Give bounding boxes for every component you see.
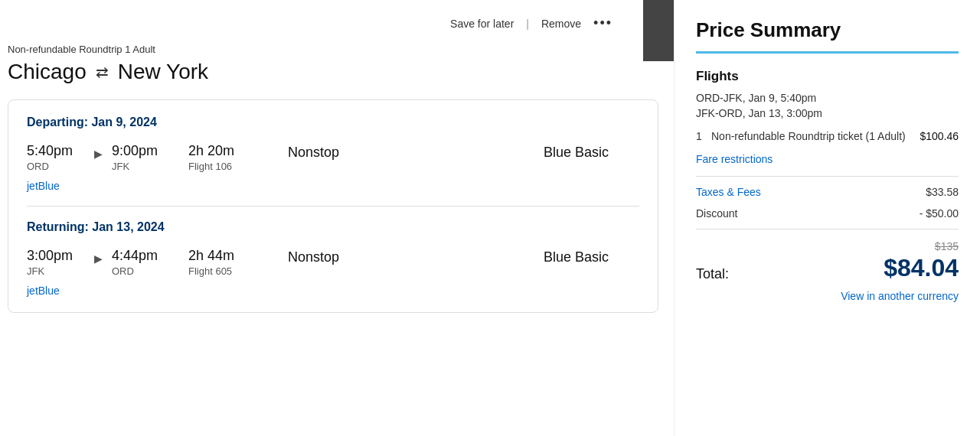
actions-divider: |: [526, 18, 529, 30]
ticket-price-row: 1 Non-refundable Roundtrip ticket (1 Adu…: [696, 130, 959, 142]
returning-section-title: Returning: Jan 13, 2024: [27, 220, 639, 234]
swap-icon: ⇄: [96, 63, 109, 81]
return-arrow-block: ▶: [88, 248, 112, 265]
summary-divider-1: [696, 176, 959, 177]
return-class: Blue Basic: [410, 248, 639, 265]
blue-divider: [696, 51, 959, 54]
depart-duration-block: 2h 20m Flight 106: [188, 143, 288, 172]
return-airline: jetBlue: [27, 285, 639, 297]
view-currency-link[interactable]: View in another currency: [696, 290, 959, 302]
departing-flight-row: 5:40pm ORD ▶ 9:00pm JFK 2h 20m Flight 10…: [27, 143, 639, 172]
depart-flight-num: Flight 106: [188, 161, 288, 172]
return-depart-time: 3:00pm: [27, 248, 88, 264]
more-options-button[interactable]: •••: [593, 15, 612, 31]
departing-section-title: Departing: Jan 9, 2024: [27, 116, 639, 129]
return-arrow-icon: ▶: [94, 252, 103, 265]
discount-row: Discount - $50.00: [696, 207, 959, 220]
taxes-label: Taxes & Fees: [696, 186, 761, 198]
departing-flight-card: Departing: Jan 9, 2024 5:40pm ORD ▶ 9:00…: [8, 99, 658, 313]
returning-flight-row: 3:00pm JFK ▶ 4:44pm ORD 2h 44m Flight 60…: [27, 248, 639, 277]
original-price: $135: [935, 240, 959, 252]
discount-label: Discount: [696, 207, 737, 220]
price-summary-title: Price Summary: [696, 18, 959, 42]
discount-amount: - $50.00: [920, 207, 959, 220]
taxes-fees-row: Taxes & Fees $33.58: [696, 186, 959, 198]
origin-city: Chicago: [8, 60, 87, 84]
depart-arrow-icon: ▶: [94, 148, 103, 160]
ticket-desc: Non-refundable Roundtrip ticket (1 Adult…: [711, 130, 920, 142]
depart-time-block: 5:40pm ORD: [27, 143, 88, 172]
flight-detail-1: ORD-JFK, Jan 9, 5:40pm: [696, 92, 959, 104]
depart-duration: 2h 20m: [188, 143, 288, 159]
left-panel: Save for later | Remove ••• Non-refundab…: [0, 0, 674, 436]
image-strip: [643, 0, 674, 61]
depart-stops: Nonstop: [288, 143, 410, 161]
return-stops: Nonstop: [288, 248, 410, 265]
save-for-later-link[interactable]: Save for later: [450, 18, 514, 30]
fare-restrictions-link[interactable]: Fare restrictions: [696, 153, 959, 165]
top-actions: Save for later | Remove •••: [8, 15, 658, 31]
final-price: $84.04: [884, 254, 959, 282]
return-depart-time-block: 3:00pm JFK: [27, 248, 88, 277]
return-flight-num: Flight 605: [188, 265, 288, 277]
destination-city: New York: [118, 60, 208, 84]
total-amount-block: $135 $84.04: [884, 240, 959, 282]
arrive-airport: JFK: [112, 161, 173, 172]
route-header: Chicago ⇄ New York: [8, 60, 658, 84]
flight-card-divider: [27, 206, 639, 207]
return-duration-block: 2h 44m Flight 605: [188, 248, 288, 277]
total-row: Total: $135 $84.04: [696, 240, 959, 282]
ticket-price: $100.46: [920, 130, 959, 142]
flights-section-label: Flights: [696, 69, 959, 84]
return-arrive-time: 4:44pm: [112, 248, 173, 264]
flight-detail-2: JFK-ORD, Jan 13, 3:00pm: [696, 107, 959, 119]
depart-class: Blue Basic: [410, 143, 639, 161]
depart-arrow-block: ▶: [88, 143, 112, 160]
depart-airport: ORD: [27, 161, 88, 172]
taxes-amount: $33.58: [926, 186, 959, 198]
return-arrive-airport: ORD: [112, 265, 173, 277]
right-panel: Price Summary Flights ORD-JFK, Jan 9, 5:…: [674, 0, 980, 436]
arrive-time-block: 9:00pm JFK: [112, 143, 173, 172]
depart-time: 5:40pm: [27, 143, 88, 159]
summary-divider-2: [696, 229, 959, 229]
return-duration: 2h 44m: [188, 248, 288, 264]
return-depart-airport: JFK: [27, 265, 88, 277]
arrive-time: 9:00pm: [112, 143, 173, 159]
depart-airline: jetBlue: [27, 180, 639, 192]
trip-description: Non-refundable Roundtrip 1 Adult: [8, 44, 658, 55]
ticket-qty: 1: [696, 130, 711, 142]
total-label: Total:: [696, 266, 729, 282]
return-arrive-time-block: 4:44pm ORD: [112, 248, 173, 277]
remove-link[interactable]: Remove: [541, 18, 581, 30]
